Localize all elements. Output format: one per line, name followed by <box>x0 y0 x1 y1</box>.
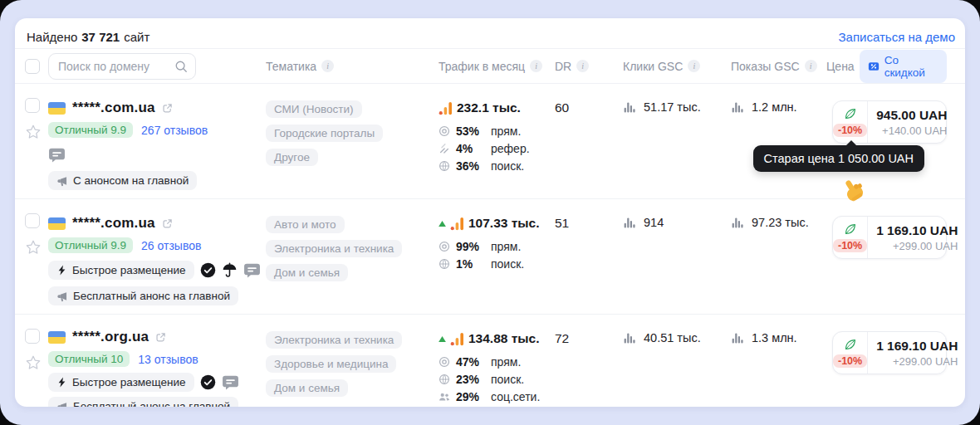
favorite-star-icon[interactable] <box>25 124 42 140</box>
verified-check-icon[interactable] <box>200 262 216 278</box>
domain-link[interactable]: *****.com.ua <box>72 215 155 232</box>
topic-tag: Здоровье и медицина <box>266 355 396 373</box>
table-header: Тематика Трафик в месяц DR Клики GSC Пок… <box>15 49 965 84</box>
gsc-bars-icon <box>623 101 636 114</box>
verified-check-icon[interactable] <box>200 374 216 390</box>
social-people-icon <box>439 391 450 403</box>
umbrella-icon[interactable] <box>222 262 238 278</box>
pointer-hand-icon <box>839 177 869 207</box>
referral-link-icon <box>439 143 450 154</box>
price-value: 945.00 UAH <box>876 108 947 123</box>
topic-tag: Дом и семья <box>266 379 348 397</box>
clicks-value: 51.17 тыс. <box>644 100 701 114</box>
announce-tag: Бесплатный анонс на главной <box>48 286 238 305</box>
discount-badge: -10% <box>833 239 867 252</box>
topic-tag: Другое <box>266 149 318 166</box>
external-link-icon[interactable] <box>162 218 173 229</box>
dr-value: 60 <box>555 84 606 198</box>
topic-tag: Электроника и техника <box>266 240 402 257</box>
header-clicks: Клики GSC <box>606 60 714 73</box>
topics-cell: Электроника и техника Здоровье и медицин… <box>266 315 439 407</box>
results-card: Найдено 37 721 сайт Записаться на демо Т… <box>15 18 965 407</box>
external-link-icon[interactable] <box>155 332 166 343</box>
lightning-icon <box>56 377 67 388</box>
megaphone-icon <box>56 401 68 408</box>
price-extra: +140.00 UAH <box>882 125 947 137</box>
discount-badge: -10% <box>833 354 867 368</box>
price-cell: -10% 945.00 UAH +140.00 UAH Старая цена … <box>818 84 947 198</box>
impressions-cell: 1.2 млн. <box>714 84 818 198</box>
clicks-cell: 40.51 тыс. <box>606 315 714 407</box>
reviews-link[interactable]: 267 отзывов <box>141 124 208 137</box>
comments-icon[interactable] <box>243 261 261 279</box>
old-price-tooltip: Старая цена 1 050.00 UAH <box>753 145 924 172</box>
leaf-icon <box>844 222 857 236</box>
clicks-cell: 914 <box>606 199 714 314</box>
price-card[interactable]: -10% 945.00 UAH +140.00 UAH <box>832 100 947 144</box>
megaphone-icon <box>56 175 68 187</box>
results-count-number: 37 721 <box>81 30 120 44</box>
info-icon[interactable] <box>530 60 542 72</box>
traffic-cell: 134.88 тыс. 47% прям. 23% поиск. 29% соц… <box>439 315 555 407</box>
ukraine-flag-icon <box>48 102 66 115</box>
price-cell: -10% 1 169.10 UAH +299.00 UAH <box>818 315 947 407</box>
comments-icon[interactable] <box>48 146 66 164</box>
row-checkbox[interactable] <box>25 329 40 344</box>
impressions-value: 97.23 тыс. <box>752 216 809 229</box>
select-all-checkbox[interactable] <box>25 59 40 74</box>
favorite-star-icon[interactable] <box>25 239 42 256</box>
impressions-value: 1.3 млн. <box>752 331 797 344</box>
header-checkbox-cell <box>25 59 48 74</box>
topics-cell: СМИ (Новости) Городские порталы Другое <box>266 84 439 198</box>
dr-value: 51 <box>555 199 606 314</box>
row-checkbox[interactable] <box>25 213 40 228</box>
search-globe-icon <box>439 374 450 385</box>
traffic-bars-icon <box>450 217 464 231</box>
price-card[interactable]: -10% 1 169.10 UAH +299.00 UAH <box>832 331 947 374</box>
price-extra: +299.00 UAH <box>893 240 958 252</box>
direct-target-icon <box>439 125 450 137</box>
info-icon[interactable] <box>688 60 700 72</box>
info-icon[interactable] <box>805 60 817 72</box>
favorite-star-icon[interactable] <box>25 354 42 371</box>
row-checkbox[interactable] <box>25 98 40 113</box>
dr-value: 72 <box>555 315 606 407</box>
topic-tag: Электроника и техника <box>266 331 402 349</box>
info-icon[interactable] <box>576 60 589 72</box>
results-header: Найдено 37 721 сайт Записаться на демо <box>15 18 965 49</box>
table-row: *****.com.ua Отличный 9.9 267 отзывов С … <box>15 84 965 199</box>
discount-filter-toggle[interactable]: Со скидкой <box>860 50 947 83</box>
domain-link[interactable]: *****.org.ua <box>72 329 149 345</box>
traffic-cell: 232.1 тыс. 53% прям. 4% рефер. 36% поиск… <box>439 84 555 198</box>
price-extra: +299.00 UAH <box>893 355 958 368</box>
discount-ticket-icon <box>868 61 880 72</box>
gsc-bars-icon <box>731 217 744 229</box>
price-value: 1 169.10 UAH <box>876 223 958 238</box>
header-domain-cell <box>48 53 266 80</box>
leaf-icon <box>844 107 857 120</box>
clicks-value: 914 <box>644 216 664 229</box>
comments-icon[interactable] <box>222 374 239 391</box>
search-icon[interactable] <box>174 60 188 73</box>
domain-link[interactable]: *****.com.ua <box>72 100 155 116</box>
price-card[interactable]: -10% 1 169.10 UAH +299.00 UAH <box>832 216 947 259</box>
reviews-link[interactable]: 26 отзывов <box>141 239 201 252</box>
header-impressions: Показы GSC <box>714 60 818 73</box>
rating-badge: Отличный 9.9 <box>48 237 133 253</box>
table-row: *****.com.ua Отличный 9.9 26 отзывов Быс… <box>15 199 965 315</box>
external-link-icon[interactable] <box>162 103 173 114</box>
info-icon[interactable] <box>321 60 334 72</box>
traffic-bars-icon <box>439 101 453 115</box>
reviews-link[interactable]: 13 отзывов <box>138 353 198 366</box>
gsc-bars-icon <box>731 332 744 344</box>
announce-tag: С анонсом на главной <box>48 171 197 190</box>
traffic-bars-icon <box>450 332 464 346</box>
quick-placement-tag: Быстрое размещение <box>48 261 194 280</box>
rating-badge: Отличный 9.9 <box>48 122 133 138</box>
traffic-cell: 107.33 тыс. 99% прям. 1% поиск. <box>439 199 555 314</box>
clicks-value: 40.51 тыс. <box>644 331 701 344</box>
clicks-cell: 51.17 тыс. <box>606 84 714 198</box>
demo-signup-link[interactable]: Записаться на демо <box>839 30 955 44</box>
price-cell: -10% 1 169.10 UAH +299.00 UAH <box>818 199 947 314</box>
trend-up-icon <box>439 336 446 342</box>
